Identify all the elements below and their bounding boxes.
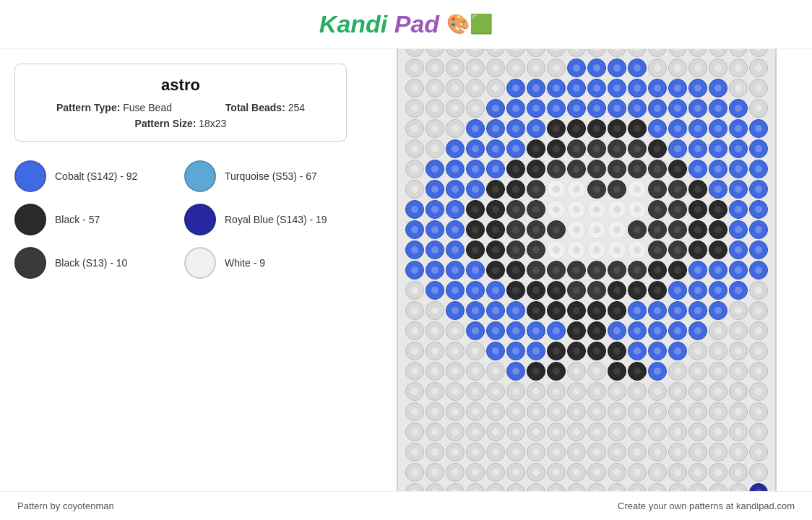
bead: [587, 79, 606, 98]
bead: [688, 160, 707, 178]
bead: [688, 402, 707, 421]
bead: [506, 402, 525, 421]
bead: [547, 362, 566, 381]
bead: [587, 301, 606, 320]
bead: [648, 443, 667, 462]
bead: [446, 58, 465, 77]
bead: [587, 220, 606, 239]
bead: [446, 139, 465, 158]
color-item: Turquoise (S53) - 67: [184, 160, 347, 192]
bead: [567, 240, 586, 259]
bead: [587, 119, 606, 138]
bead: [608, 261, 626, 280]
bead: [426, 281, 444, 300]
bead: [749, 382, 768, 401]
bead: [527, 321, 545, 340]
bead: [587, 321, 606, 340]
bead: [709, 99, 727, 118]
bead: [628, 281, 647, 300]
bead: [426, 261, 444, 280]
bead: [446, 240, 465, 259]
bead: [547, 463, 566, 482]
bead: [749, 402, 768, 421]
header: Kandi Pad 🎨🟩: [0, 0, 812, 49]
bead: [466, 463, 485, 482]
bead: [547, 49, 566, 57]
bead: [628, 99, 647, 118]
bead: [709, 79, 727, 98]
bead: [527, 382, 545, 401]
bead: [729, 281, 748, 300]
bead: [446, 200, 465, 219]
bead: [587, 342, 606, 360]
bead: [628, 160, 647, 178]
bead: [506, 240, 525, 259]
pattern-meta: Pattern Type: Fuse Bead Total Beads: 254: [30, 102, 332, 113]
bead: [688, 220, 707, 239]
bead: [527, 301, 545, 320]
bead: [527, 240, 545, 259]
bead: [506, 200, 525, 219]
bead: [749, 261, 768, 280]
bead: [668, 240, 687, 259]
bead-grid: [405, 49, 768, 491]
bead: [688, 180, 707, 199]
bead: [688, 362, 707, 381]
bead: [466, 321, 485, 340]
bead: [547, 281, 566, 300]
bead: [688, 483, 707, 491]
bead: [709, 382, 727, 401]
color-item: Black (S13) - 10: [14, 247, 177, 279]
bead: [446, 261, 465, 280]
bead: [527, 342, 545, 360]
bead: [486, 362, 505, 381]
bead: [688, 79, 707, 98]
bead: [729, 422, 748, 441]
bead: [506, 119, 525, 138]
bead: [709, 139, 727, 158]
bead: [648, 119, 667, 138]
bead: [648, 160, 667, 178]
bead: [729, 79, 748, 98]
bead: [527, 402, 545, 421]
bead: [709, 281, 727, 300]
bead: [486, 402, 505, 421]
bead: [668, 321, 687, 340]
bead: [426, 342, 444, 360]
bead: [466, 139, 485, 158]
bead: [709, 342, 727, 360]
color-label: Turquoise (S53) - 67: [225, 170, 317, 182]
bead: [527, 119, 545, 138]
bead: [749, 99, 768, 118]
bead: [486, 200, 505, 219]
bead: [587, 382, 606, 401]
bead: [506, 362, 525, 381]
bead: [648, 301, 667, 320]
bead: [506, 99, 525, 118]
bead: [648, 321, 667, 340]
bead: [405, 139, 424, 158]
bead: [466, 342, 485, 360]
bead: [729, 240, 748, 259]
bead: [668, 58, 687, 77]
bead: [668, 281, 687, 300]
bead: [466, 443, 485, 462]
bead: [466, 220, 485, 239]
right-panel: [361, 49, 812, 491]
bead: [628, 321, 647, 340]
bead: [749, 321, 768, 340]
bead: [466, 180, 485, 199]
bead: [547, 402, 566, 421]
bead: [547, 261, 566, 280]
bead: [446, 382, 465, 401]
bead: [749, 220, 768, 239]
bead: [587, 483, 606, 491]
color-label: Black (S13) - 10: [55, 257, 127, 269]
bead: [466, 99, 485, 118]
bead: [628, 463, 647, 482]
bead: [608, 463, 626, 482]
logo-pad: Pad: [387, 10, 439, 38]
bead: [527, 422, 545, 441]
bead: [426, 220, 444, 239]
color-item: Royal Blue (S143) - 19: [184, 204, 347, 235]
